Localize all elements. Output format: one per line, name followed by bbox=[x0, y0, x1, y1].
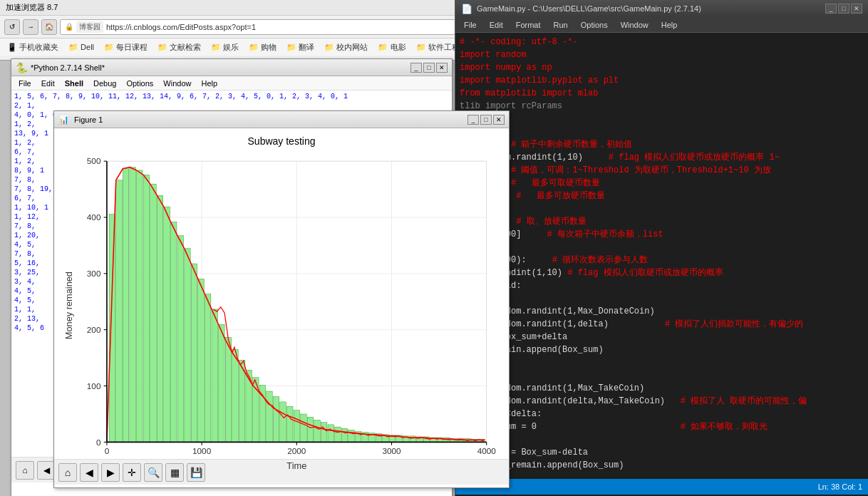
bookmark-yule[interactable]: 📁 娱乐 bbox=[208, 41, 242, 53]
svg-rect-36 bbox=[273, 396, 279, 442]
editor-title-container: 📄 GameMain.py - C:\Users\DELL\Game\src\G… bbox=[461, 4, 701, 14]
figure-title-text: 📊 Figure 1 bbox=[58, 115, 103, 125]
code-line-12: Coin = 1 # 最多可放硬币数量 bbox=[460, 190, 864, 202]
editor-menu-edit[interactable]: Edit bbox=[484, 20, 509, 30]
chart-area: 0 100 200 300 400 500 0 1000 2000 3000 4… bbox=[61, 153, 502, 474]
editor-title-bar: 📄 GameMain.py - C:\Users\DELL\Game\src\G… bbox=[455, 0, 868, 17]
shell-menu-options[interactable]: Options bbox=[122, 78, 157, 88]
code-line-22: x_per_remain.append(Box_sum) bbox=[460, 343, 864, 356]
svg-text:Money remained: Money remained bbox=[63, 272, 74, 339]
editor-menu-help[interactable]: Help bbox=[656, 20, 683, 30]
svg-rect-22 bbox=[177, 236, 184, 443]
svg-text:Time: Time bbox=[286, 460, 306, 471]
svg-text:400: 400 bbox=[87, 212, 101, 222]
svg-rect-44 bbox=[328, 425, 334, 443]
svg-text:0: 0 bbox=[105, 446, 110, 455]
editor-menu-file[interactable]: File bbox=[458, 20, 482, 30]
shell-win-controls: _ □ ✕ bbox=[410, 63, 448, 73]
svg-rect-35 bbox=[267, 391, 273, 442]
editor-close-btn[interactable]: ✕ bbox=[851, 4, 862, 14]
code-line-blank3 bbox=[460, 241, 864, 254]
shell-menu-window[interactable]: Window bbox=[159, 78, 195, 88]
shell-line: 1, 5, 6, 7, 8, 9, 10, 11, 12, 13, 14, 9,… bbox=[14, 92, 449, 101]
svg-text:2000: 2000 bbox=[287, 446, 306, 455]
shell-close-btn[interactable]: ✕ bbox=[436, 63, 448, 73]
code-line-20: lta = random.randint(1,delta) # 模拟了人们捐款可… bbox=[460, 318, 864, 331]
code-line-27: Box_sum = 0 # 如果不够取，则取光 bbox=[460, 420, 864, 433]
shell-minimize-btn[interactable]: _ bbox=[410, 63, 422, 73]
svg-rect-41 bbox=[307, 417, 314, 442]
editor-title-label: GameMain.py - C:\Users\DELL\Game\src\Gam… bbox=[477, 4, 701, 13]
editor-menu-format[interactable]: Format bbox=[510, 20, 547, 30]
editor-menu-run[interactable]: Run bbox=[548, 20, 574, 30]
svg-rect-25 bbox=[198, 279, 205, 442]
svg-rect-28 bbox=[219, 324, 225, 442]
figure-icon: 📊 bbox=[58, 115, 69, 125]
bookmark-shoujishoucangjia[interactable]: 📱 手机收藏夹 bbox=[4, 41, 61, 53]
code-line-26: Box_sum<delta: bbox=[460, 408, 864, 420]
svg-rect-46 bbox=[341, 428, 348, 442]
editor-maximize-btn[interactable]: □ bbox=[838, 4, 849, 14]
shell-menu-edit[interactable]: Edit bbox=[37, 78, 59, 88]
editor-menu-bar: File Edit Format Run Options Window Help bbox=[455, 17, 868, 33]
figure-title-label: Figure 1 bbox=[74, 115, 103, 124]
editor-status-text: Ln: 38 Col: 1 bbox=[818, 482, 862, 491]
bookmark-meiriri[interactable]: 📁 每日课程 bbox=[101, 41, 150, 53]
code-line-23: 取硬币 bbox=[460, 369, 864, 382]
code-line-18: 放硬币 bbox=[460, 292, 864, 305]
svg-text:500: 500 bbox=[87, 156, 101, 165]
code-line-3: import numpy as np bbox=[460, 61, 864, 74]
shell-menu-bar: File Edit Shell Debug Options Window Hel… bbox=[11, 76, 452, 91]
code-line-blank2 bbox=[460, 202, 864, 215]
code-line-1: # -*- coding: utf-8 -*- bbox=[460, 36, 864, 48]
figure-close-btn[interactable]: ✕ bbox=[493, 115, 505, 125]
code-line-blank bbox=[460, 113, 864, 125]
bookmark-xiaonei[interactable]: 📁 校内网站 bbox=[321, 41, 371, 53]
code-line-15: ange(1,5000): # 循环次数表示参与人数 bbox=[460, 254, 864, 267]
shell-title-text: 🐍 *Python 2.7.14 Shell* bbox=[16, 62, 105, 73]
svg-rect-16 bbox=[136, 170, 143, 442]
browser-refresh-btn[interactable]: → bbox=[23, 19, 38, 35]
svg-text:300: 300 bbox=[87, 269, 101, 278]
svg-rect-39 bbox=[294, 410, 300, 443]
shell-line: 2, 1, bbox=[14, 101, 449, 110]
svg-rect-24 bbox=[191, 264, 197, 442]
shell-menu-help[interactable]: Help bbox=[197, 78, 222, 88]
svg-rect-30 bbox=[232, 349, 239, 442]
code-line-17: g>Threshold: bbox=[460, 279, 864, 292]
editor-menu-options[interactable]: Options bbox=[575, 20, 614, 30]
svg-rect-43 bbox=[321, 423, 327, 443]
shell-menu-shell[interactable]: Shell bbox=[61, 78, 88, 88]
shell-maximize-btn[interactable]: □ bbox=[423, 63, 435, 73]
code-line-30: Box_per_remain.append(Box_sum) bbox=[460, 459, 864, 472]
code-line-24: lta = random.randint(1,Max_TakeCoin) bbox=[460, 382, 864, 395]
svg-text:3000: 3000 bbox=[382, 446, 401, 455]
address-text: https://i.cnblogs.com/EditPosts.aspx?opt… bbox=[106, 23, 256, 31]
editor-content[interactable]: # -*- coding: utf-8 -*- import random im… bbox=[455, 33, 868, 479]
svg-rect-23 bbox=[185, 249, 191, 443]
figure-maximize-btn[interactable]: □ bbox=[480, 115, 492, 125]
bookmark-dell[interactable]: 📁 Dell bbox=[66, 42, 97, 53]
bookmark-wenxian[interactable]: 📁 文献检索 bbox=[155, 41, 204, 53]
python-icon: 🐍 bbox=[16, 62, 28, 73]
code-line-14: main = [500] # 每次箱子中硬币余额，list bbox=[460, 228, 864, 241]
figure-minimize-btn[interactable]: _ bbox=[467, 115, 479, 125]
shell-menu-debug[interactable]: Debug bbox=[89, 78, 120, 88]
svg-rect-21 bbox=[170, 222, 177, 442]
browser-back-btn[interactable]: ↺ bbox=[4, 19, 20, 35]
editor-menu-window[interactable]: Window bbox=[615, 20, 654, 30]
chart-title: Subway testing bbox=[248, 135, 316, 147]
bookmark-fanyi[interactable]: 📁 翻译 bbox=[284, 41, 317, 53]
bookmark-dianying[interactable]: 📁 电影 bbox=[375, 41, 408, 53]
svg-text:4000: 4000 bbox=[477, 446, 497, 455]
code-line-19: lta = random.randint(1,Max_DonateCoin) bbox=[460, 305, 864, 318]
svg-rect-13 bbox=[116, 180, 123, 443]
editor-minimize-btn[interactable]: _ bbox=[825, 4, 837, 14]
svg-rect-19 bbox=[157, 195, 163, 442]
svg-text:1000: 1000 bbox=[192, 446, 212, 455]
shell-menu-file[interactable]: File bbox=[14, 78, 36, 88]
shell-home-btn[interactable]: ⌂ bbox=[16, 461, 34, 480]
svg-rect-12 bbox=[109, 215, 115, 443]
browser-home-btn[interactable]: 🏠 bbox=[41, 19, 57, 35]
bookmark-gouwu[interactable]: 📁 购物 bbox=[246, 41, 279, 53]
